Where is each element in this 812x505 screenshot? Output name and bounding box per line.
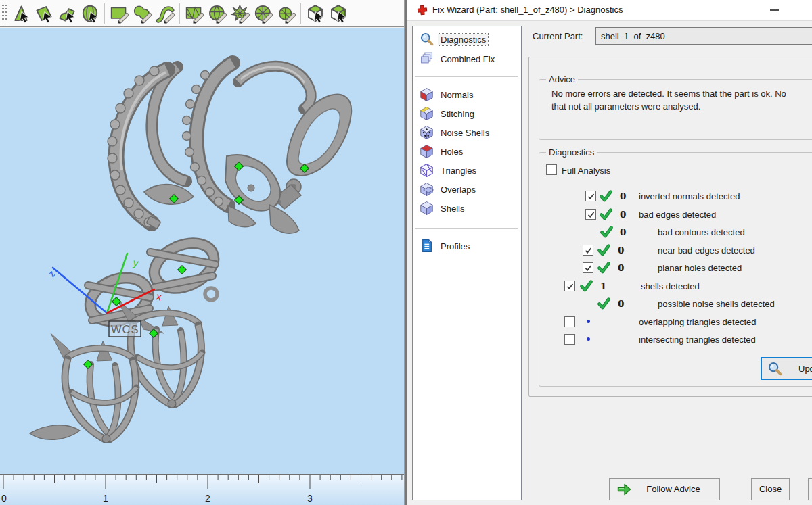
diagnostic-label: shells detected: [641, 281, 700, 291]
diagnostic-label: bad edges detected: [639, 210, 716, 220]
diagnostics-magnifier-icon: [420, 32, 434, 47]
status-ok-check-icon: [600, 225, 613, 238]
sidebar-item-label: Noise Shells: [438, 127, 491, 139]
sidebar-item-normals[interactable]: Normals: [415, 86, 517, 103]
mark-window-triangles-icon[interactable]: [183, 3, 206, 24]
status-ok-check-icon: [597, 261, 610, 274]
diagnostic-checkbox[interactable]: [564, 281, 575, 291]
sidebar-item-combined-fix[interactable]: Combined Fix: [415, 50, 517, 68]
diagnostic-count: 0: [620, 209, 626, 220]
minimize-icon: [770, 9, 779, 11]
status-ok-check-icon: [580, 279, 593, 292]
sidebar-item-profiles[interactable]: Profiles: [415, 237, 517, 255]
follow-advice-button[interactable]: Follow Advice: [609, 478, 720, 500]
toolbar-separator: [179, 3, 180, 24]
sidebar-item-overlaps[interactable]: Overlaps: [415, 181, 517, 198]
svg-text:1: 1: [103, 493, 108, 504]
mark-pie-small-icon[interactable]: [275, 3, 298, 24]
app-window: z y x WCS 0123 Fix Wizard (Part: shell_1…: [0, 0, 812, 505]
diagnostic-label: possible noise shells detected: [658, 299, 775, 309]
sidebar-item-label: Profiles: [438, 241, 472, 252]
update-button[interactable]: Update: [761, 357, 812, 380]
follow-advice-arrow-icon: [616, 482, 631, 497]
mark-rectangle-icon[interactable]: [108, 3, 131, 24]
diagnostic-label: bad contours detected: [658, 227, 745, 237]
axis-y-label: y: [132, 256, 139, 268]
cube-stitching-icon: [420, 106, 434, 121]
mark-curve-icon[interactable]: [154, 3, 177, 24]
diagnostic-count: 1: [600, 281, 606, 291]
diagnostic-checkbox[interactable]: [585, 191, 596, 201]
diagnostic-checkbox[interactable]: [585, 209, 596, 220]
dialog-title: Fix Wizard (Part: shell_1_of_z480) > Dia…: [432, 5, 623, 15]
cube-noise-shells-icon: [420, 125, 434, 140]
cube-faces-marked-icon[interactable]: [327, 3, 350, 24]
partial-button-right[interactable]: [808, 478, 812, 500]
sidebar-item-noise-shells[interactable]: Noise Shells: [415, 124, 517, 141]
model-blade: [144, 185, 194, 205]
diagnostic-checkbox[interactable]: [583, 245, 593, 256]
svg-text:0: 0: [1, 493, 7, 504]
diagnostic-checkbox[interactable]: [583, 262, 593, 273]
sidebar-item-diagnostics[interactable]: Diagnostics: [415, 30, 517, 48]
status-ok-check-icon: [597, 297, 610, 310]
mark-pie-sections-icon[interactable]: [252, 3, 275, 24]
sidebar-item-holes[interactable]: Holes: [415, 143, 517, 160]
toolbar-grip[interactable]: [2, 5, 4, 22]
full-analysis-checkbox[interactable]: [546, 164, 557, 175]
viewport-3d[interactable]: z y x WCS: [0, 28, 404, 474]
select-shell-icon[interactable]: [78, 3, 102, 24]
status-ok-check-icon: [600, 208, 612, 220]
status-ok-check-icon: [600, 189, 612, 202]
mark-freeform-icon[interactable]: [131, 3, 154, 24]
nav-separator: [415, 76, 518, 77]
dialog-titlebar[interactable]: Fix Wizard (Part: shell_1_of_z480) > Dia…: [407, 0, 812, 21]
toolbar-separator: [300, 3, 301, 24]
cube-triangles-icon: [420, 163, 434, 178]
nav-separator: [415, 228, 518, 229]
mark-star-sections-icon[interactable]: [229, 3, 252, 24]
minimize-button[interactable]: [764, 3, 784, 18]
marking-toolbar: [0, 0, 407, 27]
toolbar-grip[interactable]: [5, 5, 7, 22]
cube-overlaps-icon: [420, 182, 434, 197]
select-triangles-icon[interactable]: [9, 3, 32, 24]
diagnostic-checkbox[interactable]: [564, 334, 575, 345]
status-pending-dot-icon: [587, 337, 590, 341]
wcs-tag: WCS: [109, 321, 141, 337]
sidebar-item-label: Overlaps: [438, 184, 478, 195]
combined-fix-layers-icon: [420, 51, 434, 66]
sidebar-item-stitching[interactable]: Stitching: [415, 105, 517, 122]
select-plane-icon[interactable]: [32, 3, 55, 24]
cube-shells-icon: [420, 201, 434, 216]
current-part-field[interactable]: [595, 27, 812, 45]
sidebar-item-label: Combined Fix: [438, 53, 497, 65]
diagnostics-group-title: Diagnostics: [546, 147, 597, 158]
full-analysis-label: Full Analysis: [562, 166, 610, 176]
diagnostic-label: planar holes detected: [658, 263, 742, 273]
model-claw: [30, 425, 80, 440]
diagnostic-label: intersecting triangles detected: [639, 335, 756, 345]
wcs-label: WCS: [111, 323, 139, 335]
status-pending-dot-icon: [587, 320, 590, 323]
sidebar-item-label: Normals: [438, 89, 475, 101]
close-button[interactable]: Close: [751, 478, 790, 500]
update-magnifier-icon: [767, 361, 782, 376]
toolbar-separator: [104, 3, 105, 24]
follow-advice-label: Follow Advice: [631, 484, 715, 494]
advice-text-line1: No more errors are detected. It seems th…: [551, 89, 786, 99]
fix-wizard-dialog: Fix Wizard (Part: shell_1_of_z480) > Dia…: [407, 0, 812, 505]
diagnostic-label: inverted normals detected: [639, 191, 740, 201]
svg-text:2: 2: [205, 493, 210, 504]
sidebar-item-shells[interactable]: Shells: [415, 199, 517, 217]
diagnostic-count: 0: [618, 262, 624, 273]
axis-x-label: x: [155, 290, 163, 302]
cube-top-marked-icon[interactable]: [304, 3, 327, 24]
sidebar-item-triangles[interactable]: Triangles: [415, 162, 517, 179]
mark-sphere-sections-icon[interactable]: [206, 3, 229, 24]
fix-wizard-nav: DiagnosticsCombined FixNormalsStitchingN…: [412, 26, 522, 500]
close-button-label: Close: [759, 484, 782, 494]
select-surface-icon[interactable]: [55, 3, 78, 24]
diagnostic-label: overlapping triangles detected: [639, 317, 756, 327]
diagnostic-checkbox[interactable]: [564, 316, 575, 327]
